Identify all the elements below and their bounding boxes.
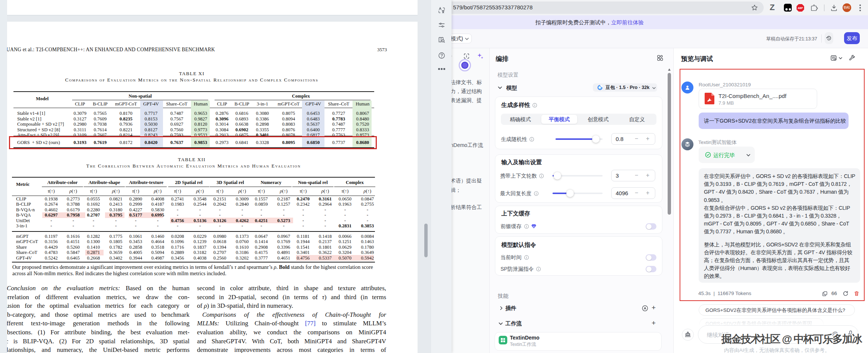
svg-text:ABP: ABP [798,7,803,9]
